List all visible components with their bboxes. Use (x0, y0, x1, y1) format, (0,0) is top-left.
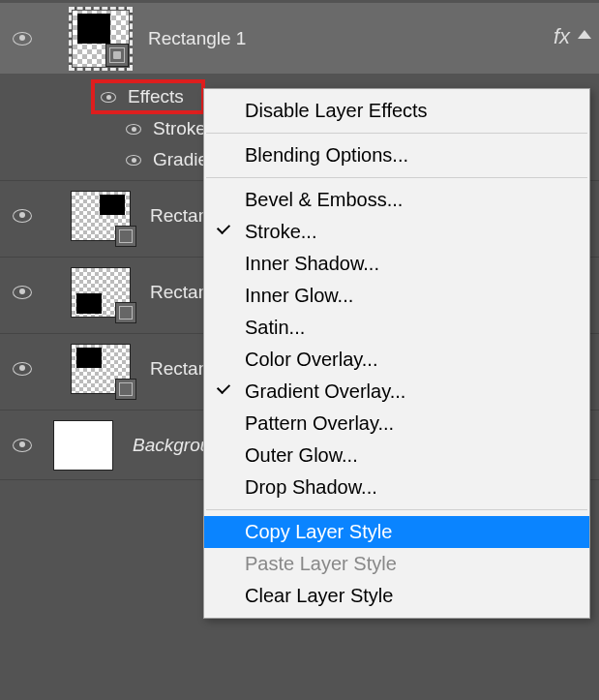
layer-style-context-menu: Disable Layer Effects Blending Options..… (203, 88, 590, 619)
menu-paste-layer-style[interactable]: Paste Layer Style (204, 548, 589, 580)
menu-disable-layer-effects[interactable]: Disable Layer Effects (204, 95, 589, 127)
menu-copy-layer-style[interactable]: Copy Layer Style (204, 516, 589, 548)
menu-separator (206, 133, 587, 134)
layer-thumbnail[interactable] (71, 344, 131, 394)
menu-inner-shadow[interactable]: Inner Shadow... (204, 248, 589, 280)
effects-row[interactable]: Effects (101, 82, 184, 111)
visibility-eye-icon[interactable] (13, 439, 32, 452)
menu-clear-layer-style[interactable]: Clear Layer Style (204, 580, 589, 612)
menu-separator (206, 509, 587, 510)
visibility-eye-icon[interactable] (126, 124, 141, 135)
menu-bevel-emboss[interactable]: Bevel & Emboss... (204, 184, 589, 216)
collapse-chevron-icon[interactable] (578, 30, 591, 39)
visibility-eye-icon[interactable] (13, 32, 32, 46)
effects-label: Effects (128, 86, 184, 107)
menu-drop-shadow[interactable]: Drop Shadow... (204, 472, 589, 503)
visibility-eye-icon[interactable] (126, 155, 141, 166)
visibility-eye-icon[interactable] (13, 209, 32, 223)
menu-gradient-overlay[interactable]: Gradient Overlay... (204, 376, 589, 408)
visibility-eye-icon[interactable] (13, 286, 32, 299)
layer-name-label[interactable]: Rectangle 1 (148, 28, 246, 49)
menu-inner-glow[interactable]: Inner Glow... (204, 280, 589, 312)
visibility-eye-icon[interactable] (13, 362, 32, 376)
checkmark-icon (217, 221, 230, 234)
menu-satin[interactable]: Satin... (204, 312, 589, 344)
vector-mask-icon (115, 379, 136, 400)
effect-stroke-label: Stroke (153, 118, 206, 139)
menu-outer-glow[interactable]: Outer Glow... (204, 440, 589, 472)
checkmark-icon (217, 380, 230, 394)
menu-blending-options[interactable]: Blending Options... (204, 139, 589, 171)
layer-thumbnail[interactable] (69, 7, 133, 71)
menu-separator (206, 177, 587, 178)
layer-thumbnail[interactable] (71, 191, 131, 241)
effect-stroke-row[interactable]: Stroke (126, 114, 206, 143)
layer-thumbnail[interactable] (71, 267, 131, 318)
menu-color-overlay[interactable]: Color Overlay... (204, 344, 589, 376)
layers-panel: Rectangle 1 fx Effects Stroke Gradient O… (0, 0, 599, 700)
vector-mask-icon (115, 302, 136, 323)
vector-mask-icon (115, 226, 136, 247)
menu-pattern-overlay[interactable]: Pattern Overlay... (204, 408, 589, 440)
visibility-eye-icon[interactable] (101, 92, 116, 103)
layer-thumbnail[interactable] (53, 420, 113, 471)
fx-badge[interactable]: fx (554, 24, 570, 49)
menu-stroke[interactable]: Stroke... (204, 216, 589, 248)
vector-mask-icon (105, 44, 129, 67)
layer-row-rectangle-1[interactable]: Rectangle 1 fx (0, 3, 599, 74)
